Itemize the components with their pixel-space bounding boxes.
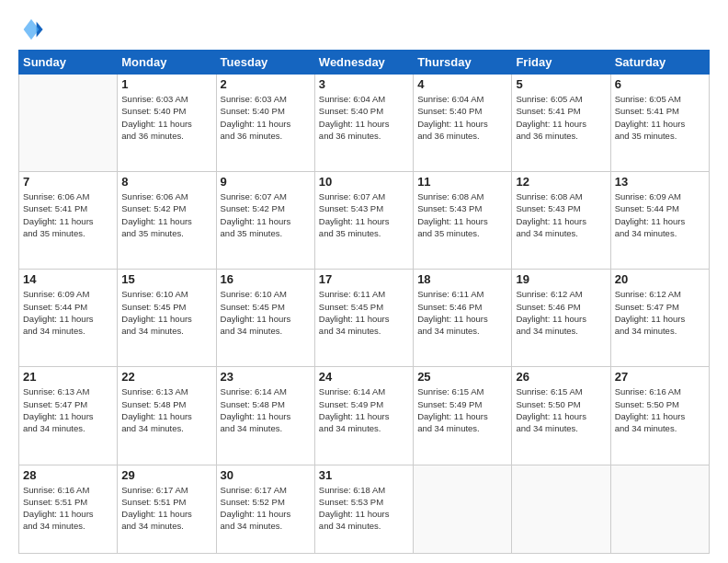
calendar-cell: 2Sunrise: 6:03 AM Sunset: 5:40 PM Daylig…: [216, 75, 314, 172]
day-info: Sunrise: 6:12 AM Sunset: 5:46 PM Dayligh…: [516, 288, 606, 337]
calendar-cell: 14Sunrise: 6:09 AM Sunset: 5:44 PM Dayli…: [19, 270, 118, 367]
calendar-cell: [19, 75, 118, 172]
day-number: 14: [23, 272, 113, 286]
calendar-cell: 30Sunrise: 6:17 AM Sunset: 5:52 PM Dayli…: [216, 465, 314, 553]
day-info: Sunrise: 6:16 AM Sunset: 5:51 PM Dayligh…: [23, 484, 113, 533]
day-number: 21: [23, 370, 113, 384]
day-number: 22: [121, 370, 211, 384]
calendar-cell: 23Sunrise: 6:14 AM Sunset: 5:48 PM Dayli…: [216, 367, 314, 465]
calendar-cell: 6Sunrise: 6:05 AM Sunset: 5:41 PM Daylig…: [610, 75, 709, 172]
calendar-cell: [512, 465, 610, 553]
calendar-cell: 16Sunrise: 6:10 AM Sunset: 5:45 PM Dayli…: [216, 270, 314, 367]
calendar-cell: 27Sunrise: 6:16 AM Sunset: 5:50 PM Dayli…: [610, 367, 709, 465]
day-info: Sunrise: 6:09 AM Sunset: 5:44 PM Dayligh…: [23, 288, 113, 337]
day-info: Sunrise: 6:10 AM Sunset: 5:45 PM Dayligh…: [221, 288, 311, 337]
day-info: Sunrise: 6:05 AM Sunset: 5:41 PM Dayligh…: [615, 93, 705, 142]
day-number: 27: [615, 370, 705, 384]
day-info: Sunrise: 6:13 AM Sunset: 5:48 PM Dayligh…: [121, 385, 211, 434]
day-info: Sunrise: 6:15 AM Sunset: 5:49 PM Dayligh…: [417, 385, 507, 434]
day-number: 19: [516, 272, 606, 286]
day-number: 7: [23, 175, 113, 189]
calendar-cell: [610, 465, 709, 553]
calendar-cell: 15Sunrise: 6:10 AM Sunset: 5:45 PM Dayli…: [118, 270, 216, 367]
day-info: Sunrise: 6:03 AM Sunset: 5:40 PM Dayligh…: [221, 93, 311, 142]
page: SundayMondayTuesdayWednesdayThursdayFrid…: [0, 0, 728, 563]
day-info: Sunrise: 6:06 AM Sunset: 5:41 PM Dayligh…: [23, 190, 113, 239]
week-row-1: 1Sunrise: 6:03 AM Sunset: 5:40 PM Daylig…: [19, 75, 710, 172]
day-number: 20: [615, 272, 705, 286]
header: [18, 17, 710, 42]
day-info: Sunrise: 6:08 AM Sunset: 5:43 PM Dayligh…: [417, 190, 507, 239]
calendar-cell: 19Sunrise: 6:12 AM Sunset: 5:46 PM Dayli…: [512, 270, 610, 367]
calendar-cell: 3Sunrise: 6:04 AM Sunset: 5:40 PM Daylig…: [314, 75, 413, 172]
day-number: 6: [615, 77, 705, 91]
calendar-table: SundayMondayTuesdayWednesdayThursdayFrid…: [18, 50, 710, 554]
day-info: Sunrise: 6:06 AM Sunset: 5:42 PM Dayligh…: [121, 190, 211, 239]
day-number: 5: [516, 77, 606, 91]
weekday-header-saturday: Saturday: [610, 51, 709, 75]
calendar-cell: 13Sunrise: 6:09 AM Sunset: 5:44 PM Dayli…: [610, 172, 709, 270]
day-number: 18: [417, 272, 507, 286]
day-info: Sunrise: 6:10 AM Sunset: 5:45 PM Dayligh…: [121, 288, 211, 337]
calendar-cell: 18Sunrise: 6:11 AM Sunset: 5:46 PM Dayli…: [414, 270, 512, 367]
day-info: Sunrise: 6:07 AM Sunset: 5:43 PM Dayligh…: [319, 190, 409, 239]
day-number: 4: [417, 77, 507, 91]
weekday-header-tuesday: Tuesday: [216, 51, 314, 75]
day-number: 10: [319, 175, 409, 189]
calendar-cell: 12Sunrise: 6:08 AM Sunset: 5:43 PM Dayli…: [512, 172, 610, 270]
day-number: 13: [615, 175, 705, 189]
day-info: Sunrise: 6:11 AM Sunset: 5:45 PM Dayligh…: [319, 288, 409, 337]
day-number: 16: [221, 272, 311, 286]
day-info: Sunrise: 6:16 AM Sunset: 5:50 PM Dayligh…: [615, 385, 705, 434]
calendar-cell: [414, 465, 512, 553]
week-row-3: 14Sunrise: 6:09 AM Sunset: 5:44 PM Dayli…: [19, 270, 710, 367]
calendar-cell: 4Sunrise: 6:04 AM Sunset: 5:40 PM Daylig…: [414, 75, 512, 172]
day-number: 2: [221, 77, 311, 91]
logo: [18, 17, 48, 42]
calendar-cell: 1Sunrise: 6:03 AM Sunset: 5:40 PM Daylig…: [118, 75, 216, 172]
week-row-4: 21Sunrise: 6:13 AM Sunset: 5:47 PM Dayli…: [19, 367, 710, 465]
day-number: 3: [319, 77, 409, 91]
day-number: 17: [319, 272, 409, 286]
calendar-cell: 9Sunrise: 6:07 AM Sunset: 5:42 PM Daylig…: [216, 172, 314, 270]
weekday-header-monday: Monday: [118, 51, 216, 75]
day-info: Sunrise: 6:05 AM Sunset: 5:41 PM Dayligh…: [516, 93, 606, 142]
calendar-cell: 28Sunrise: 6:16 AM Sunset: 5:51 PM Dayli…: [19, 465, 118, 553]
day-info: Sunrise: 6:17 AM Sunset: 5:51 PM Dayligh…: [121, 484, 211, 533]
day-number: 28: [23, 468, 113, 482]
calendar-cell: 7Sunrise: 6:06 AM Sunset: 5:41 PM Daylig…: [19, 172, 118, 270]
day-info: Sunrise: 6:07 AM Sunset: 5:42 PM Dayligh…: [221, 190, 311, 239]
day-number: 8: [121, 175, 211, 189]
calendar-cell: 17Sunrise: 6:11 AM Sunset: 5:45 PM Dayli…: [314, 270, 413, 367]
day-info: Sunrise: 6:17 AM Sunset: 5:52 PM Dayligh…: [221, 484, 311, 533]
day-info: Sunrise: 6:11 AM Sunset: 5:46 PM Dayligh…: [417, 288, 507, 337]
day-info: Sunrise: 6:08 AM Sunset: 5:43 PM Dayligh…: [516, 190, 606, 239]
day-info: Sunrise: 6:13 AM Sunset: 5:47 PM Dayligh…: [23, 385, 113, 434]
day-number: 24: [319, 370, 409, 384]
day-number: 1: [121, 77, 211, 91]
day-info: Sunrise: 6:04 AM Sunset: 5:40 PM Dayligh…: [319, 93, 409, 142]
day-number: 11: [417, 175, 507, 189]
calendar-cell: 11Sunrise: 6:08 AM Sunset: 5:43 PM Dayli…: [414, 172, 512, 270]
day-info: Sunrise: 6:03 AM Sunset: 5:40 PM Dayligh…: [121, 93, 211, 142]
day-number: 29: [121, 468, 211, 482]
calendar-cell: 26Sunrise: 6:15 AM Sunset: 5:50 PM Dayli…: [512, 367, 610, 465]
calendar-cell: 21Sunrise: 6:13 AM Sunset: 5:47 PM Dayli…: [19, 367, 118, 465]
day-number: 9: [221, 175, 311, 189]
calendar-cell: 25Sunrise: 6:15 AM Sunset: 5:49 PM Dayli…: [414, 367, 512, 465]
weekday-header-friday: Friday: [512, 51, 610, 75]
calendar-cell: 22Sunrise: 6:13 AM Sunset: 5:48 PM Dayli…: [118, 367, 216, 465]
calendar-cell: 10Sunrise: 6:07 AM Sunset: 5:43 PM Dayli…: [314, 172, 413, 270]
day-number: 26: [516, 370, 606, 384]
calendar-cell: 29Sunrise: 6:17 AM Sunset: 5:51 PM Dayli…: [118, 465, 216, 553]
weekday-header-wednesday: Wednesday: [314, 51, 413, 75]
day-number: 30: [221, 468, 311, 482]
weekday-header-sunday: Sunday: [19, 51, 118, 75]
day-info: Sunrise: 6:14 AM Sunset: 5:48 PM Dayligh…: [221, 385, 311, 434]
week-row-2: 7Sunrise: 6:06 AM Sunset: 5:41 PM Daylig…: [19, 172, 710, 270]
day-number: 12: [516, 175, 606, 189]
day-info: Sunrise: 6:14 AM Sunset: 5:49 PM Dayligh…: [319, 385, 409, 434]
day-info: Sunrise: 6:09 AM Sunset: 5:44 PM Dayligh…: [615, 190, 705, 239]
calendar-cell: 8Sunrise: 6:06 AM Sunset: 5:42 PM Daylig…: [118, 172, 216, 270]
calendar-cell: 20Sunrise: 6:12 AM Sunset: 5:47 PM Dayli…: [610, 270, 709, 367]
